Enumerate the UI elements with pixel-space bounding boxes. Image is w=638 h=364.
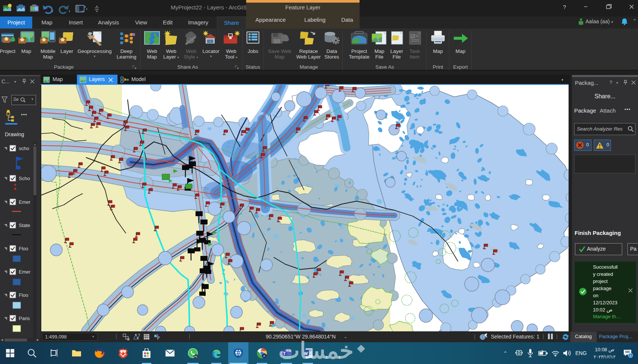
svg-text:N: N bbox=[155, 334, 157, 338]
svg-text:٣٤: ٣٤ bbox=[194, 355, 198, 358]
svg-text:1: 1 bbox=[630, 354, 632, 357]
svg-text:A: A bbox=[263, 354, 265, 358]
